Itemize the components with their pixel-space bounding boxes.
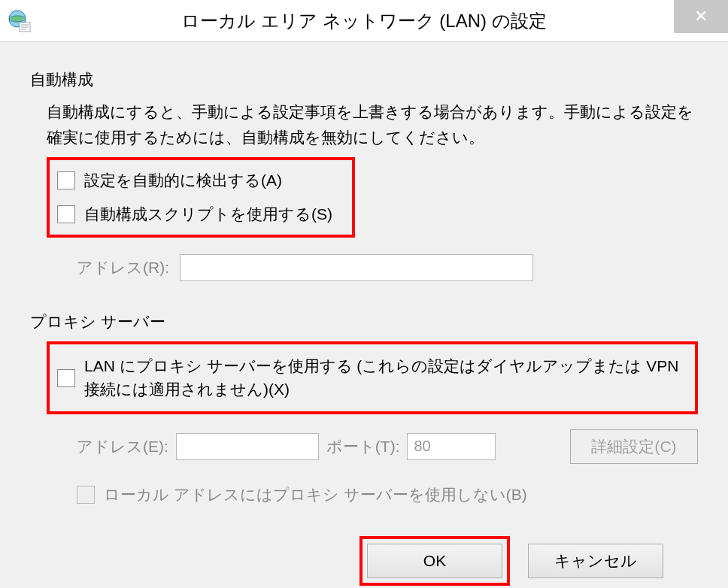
ok-button-label: OK <box>423 552 446 570</box>
auto-address-label: アドレス(R): <box>77 257 169 278</box>
ok-button[interactable]: OK <box>367 544 502 578</box>
auto-detect-label: 設定を自動的に検出する(A) <box>84 169 344 192</box>
auto-config-legend: 自動構成 <box>30 69 698 90</box>
advanced-button-label: 詳細設定(C) <box>591 436 676 457</box>
cancel-button-label: キャンセル <box>554 550 637 571</box>
dialog-content: 自動構成 自動構成にすると、手動による設定事項を上書きする場合があります。手動に… <box>0 42 728 588</box>
auto-config-description: 自動構成にすると、手動による設定事項を上書きする場合があります。手動による設定を… <box>47 99 698 150</box>
proxy-bypass-label: ローカル アドレスにはプロキシ サーバーを使用しない(B) <box>104 483 698 506</box>
checkbox-icon <box>57 369 75 387</box>
auto-script-checkbox-row[interactable]: 自動構成スクリプトを使用する(S) <box>57 203 344 226</box>
auto-config-highlight: 設定を自動的に検出する(A) 自動構成スクリプトを使用する(S) <box>47 157 355 238</box>
proxy-legend: プロキシ サーバー <box>30 311 698 332</box>
ok-button-highlight: OK <box>359 536 510 586</box>
auto-config-group: 自動構成 自動構成にすると、手動による設定事項を上書きする場合があります。手動に… <box>30 69 698 281</box>
advanced-button[interactable]: 詳細設定(C) <box>570 429 698 464</box>
auto-detect-checkbox-row[interactable]: 設定を自動的に検出する(A) <box>57 169 344 192</box>
auto-script-label: 自動構成スクリプトを使用する(S) <box>84 203 344 226</box>
checkbox-icon <box>77 486 95 504</box>
proxy-use-checkbox-row[interactable]: LAN にプロキシ サーバーを使用する (これらの設定はダイヤルアップまたは V… <box>57 355 687 401</box>
proxy-address-label: アドレス(E): <box>77 436 168 457</box>
dialog-footer: OK キャンセル <box>30 536 698 586</box>
cancel-button[interactable]: キャンセル <box>528 544 663 578</box>
proxy-address-row: アドレス(E): ポート(T): 詳細設定(C) <box>47 429 698 464</box>
auto-address-row: アドレス(R): <box>47 254 698 281</box>
close-icon: ✕ <box>694 8 708 25</box>
checkbox-icon <box>57 171 75 189</box>
proxy-port-input[interactable] <box>407 433 496 460</box>
proxy-use-highlight: LAN にプロキシ サーバーを使用する (これらの設定はダイヤルアップまたは V… <box>47 341 698 414</box>
title-bar: ローカル エリア ネットワーク (LAN) の設定 ✕ <box>0 0 728 42</box>
proxy-use-label: LAN にプロキシ サーバーを使用する (これらの設定はダイヤルアップまたは V… <box>84 355 687 401</box>
proxy-group: プロキシ サーバー LAN にプロキシ サーバーを使用する (これらの設定はダイ… <box>30 311 698 506</box>
checkbox-icon <box>57 205 75 223</box>
close-button[interactable]: ✕ <box>674 0 728 33</box>
window-title: ローカル エリア ネットワーク (LAN) の設定 <box>0 9 728 33</box>
internet-options-icon <box>8 9 32 33</box>
proxy-address-input[interactable] <box>176 433 319 460</box>
proxy-bypass-checkbox-row[interactable]: ローカル アドレスにはプロキシ サーバーを使用しない(B) <box>47 483 698 506</box>
auto-address-input[interactable] <box>180 254 533 281</box>
proxy-port-label: ポート(T): <box>326 436 400 457</box>
